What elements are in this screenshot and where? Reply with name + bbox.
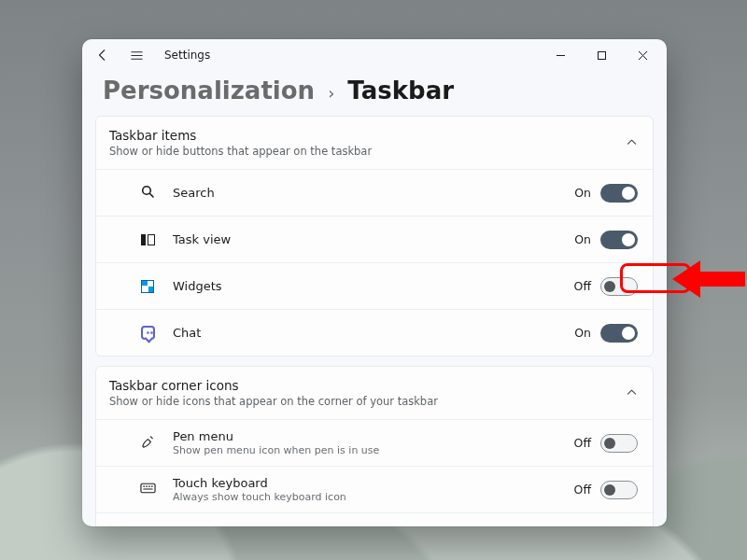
chevron-up-icon <box>626 385 638 402</box>
toggle-touch-keyboard[interactable] <box>600 481 638 499</box>
breadcrumb-parent[interactable]: Personalization <box>103 77 315 105</box>
section-subtitle: Show or hide icons that appear on the co… <box>109 395 626 408</box>
section-taskbar-corner-icons: Taskbar corner icons Show or hide icons … <box>95 366 654 526</box>
minimize-button[interactable] <box>540 41 581 69</box>
row-subtitle: Show pen menu icon when pen is in use <box>173 444 574 456</box>
toggle-pen-menu[interactable] <box>600 434 638 453</box>
row-search: Search On <box>96 169 653 216</box>
chat-icon <box>141 326 155 340</box>
maximize-button[interactable] <box>581 41 622 69</box>
toggle-state: Off <box>574 279 591 293</box>
chevron-up-icon <box>626 134 638 152</box>
settings-window: Settings Personalization › Taskbar Taskb… <box>82 39 667 526</box>
section-taskbar-items: Taskbar items Show or hide buttons that … <box>95 116 654 357</box>
back-button[interactable] <box>92 44 114 66</box>
toggle-state: Off <box>574 436 591 450</box>
content-scroll[interactable]: Taskbar items Show or hide buttons that … <box>82 116 667 526</box>
keyboard-icon <box>140 481 156 498</box>
nav-menu-button[interactable] <box>125 44 148 66</box>
svg-rect-0 <box>598 51 605 59</box>
toggle-chat[interactable] <box>600 324 638 343</box>
toggle-widgets[interactable] <box>600 277 638 296</box>
toggle-state: On <box>574 326 591 340</box>
section-header[interactable]: Taskbar items Show or hide buttons that … <box>96 117 653 169</box>
row-subtitle: Always show touch keyboard icon <box>173 491 574 503</box>
toggle-state: On <box>574 186 591 200</box>
row-title: Touch keyboard <box>173 476 574 490</box>
row-title: Search <box>173 186 574 200</box>
row-touch-keyboard: Touch keyboard Always show touch keyboar… <box>96 466 653 512</box>
taskview-icon <box>141 234 155 245</box>
page-title: Taskbar <box>347 77 454 105</box>
row-virtual-touchpad: Virtual touchpad Off <box>96 512 653 526</box>
row-title: Task view <box>173 232 574 246</box>
toggle-state: On <box>574 232 591 246</box>
section-subtitle: Show or hide buttons that appear on the … <box>109 145 626 158</box>
app-title: Settings <box>164 49 210 62</box>
row-widgets: Widgets Off <box>96 262 653 309</box>
window-controls <box>540 41 663 69</box>
row-title: Pen menu <box>173 429 574 443</box>
section-title: Taskbar items <box>109 128 626 143</box>
toggle-state: Off <box>574 483 591 497</box>
toggle-task-view[interactable] <box>600 231 638 249</box>
section-header[interactable]: Taskbar corner icons Show or hide icons … <box>96 367 653 419</box>
search-icon <box>140 184 155 203</box>
toggle-search[interactable] <box>600 184 638 203</box>
chevron-right-icon: › <box>328 83 334 103</box>
close-button[interactable] <box>622 41 663 69</box>
row-title: Chat <box>173 326 574 340</box>
pen-icon <box>140 433 156 453</box>
row-title: Widgets <box>173 279 574 293</box>
section-title: Taskbar corner icons <box>109 378 626 393</box>
row-task-view: Task view On <box>96 216 653 262</box>
row-chat: Chat On <box>96 309 653 356</box>
breadcrumb: Personalization › Taskbar <box>82 71 667 116</box>
row-pen-menu: Pen menu Show pen menu icon when pen is … <box>96 419 653 466</box>
titlebar: Settings <box>82 39 667 71</box>
widgets-icon <box>141 280 154 293</box>
svg-rect-2 <box>140 483 154 492</box>
